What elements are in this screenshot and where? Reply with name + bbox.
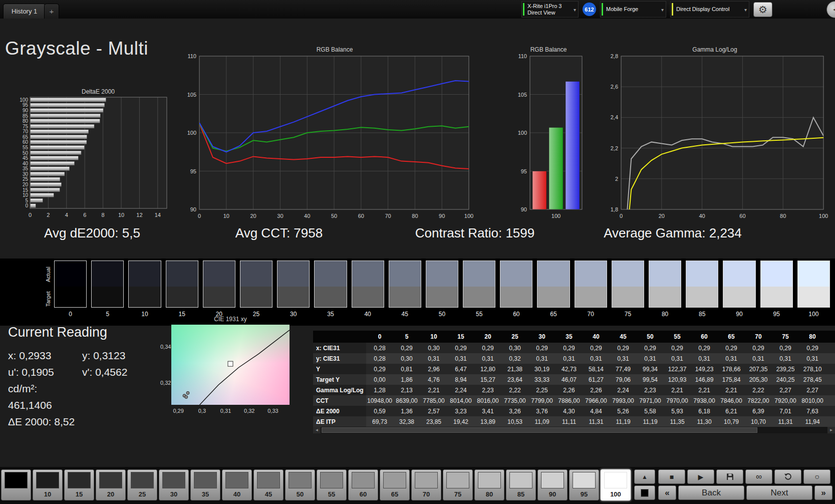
workflow-selector[interactable]: Direct Display Control ▾ — [670, 1, 749, 18]
svg-text:20: 20 — [23, 182, 29, 187]
save-button[interactable] — [716, 469, 743, 484]
level-button-70[interactable]: 70 — [411, 469, 441, 500]
table-cell: 122,37 — [664, 364, 691, 374]
table-cell: 7,6 — [826, 406, 835, 416]
table-row-label: y: CIE31 — [313, 353, 366, 364]
table-cell: 4,76 — [420, 374, 447, 385]
level-button-blank[interactable] — [1, 469, 31, 500]
add-tab-button[interactable]: + — [44, 4, 59, 19]
tab-history-1[interactable]: History 1 — [3, 4, 46, 19]
table-cell: 77,49 — [610, 364, 637, 374]
table-column-header: 20 — [474, 331, 501, 343]
gamma-chart: Gamma Log/Log 0204060801002,82,62,42,221… — [599, 46, 830, 225]
svg-text:45: 45 — [23, 155, 29, 161]
level-button-80[interactable]: 80 — [474, 469, 504, 500]
table-cell: 7735,00 — [501, 395, 528, 406]
table-cell: 23,85 — [420, 416, 447, 427]
table-cell: 0,00 — [366, 374, 393, 385]
level-button-75[interactable]: 75 — [443, 469, 473, 500]
level-button-20[interactable]: 20 — [96, 469, 126, 500]
level-button-45[interactable]: 45 — [253, 469, 284, 500]
swatch-actual — [240, 261, 272, 287]
level-button-35[interactable]: 35 — [190, 469, 220, 500]
level-button-label: 70 — [423, 490, 430, 498]
swatch-cell-55: 55 — [463, 261, 495, 318]
stop-button[interactable]: ■ — [658, 469, 685, 484]
scrollbar-track[interactable] — [321, 427, 827, 433]
swatch-label: 95 — [760, 311, 793, 318]
table-horizontal-scrollbar[interactable]: ◄ ► — [313, 427, 835, 433]
table-cell: 31 — [826, 374, 835, 385]
table-cell: 11,19 — [637, 416, 664, 427]
pattern-window-button[interactable] — [634, 485, 655, 500]
record-circle-icon: ○ — [814, 472, 819, 481]
level-button-90[interactable]: 90 — [537, 469, 568, 500]
play-button[interactable]: ▶ — [687, 469, 714, 484]
table-cell: 69,73 — [366, 416, 393, 427]
level-button-95[interactable]: 95 — [569, 469, 599, 500]
level-button-30[interactable]: 30 — [159, 469, 189, 500]
level-button-65[interactable]: 65 — [380, 469, 410, 500]
record-button[interactable]: ○ — [803, 469, 830, 484]
meter-selector[interactable]: X-Rite i1Pro 3 Direct View ▾ — [521, 1, 579, 18]
back-button[interactable]: Back — [678, 485, 744, 500]
collapse-panel-button[interactable]: ◄ — [826, 1, 835, 18]
svg-text:85: 85 — [23, 113, 29, 119]
swatch-target — [649, 287, 681, 307]
table-column-header: 85 — [826, 331, 835, 343]
level-button-55[interactable]: 55 — [317, 469, 347, 500]
double-chevron-left-icon: « — [665, 488, 669, 498]
table-column-header: 30 — [528, 331, 555, 343]
back-chevron-button[interactable]: « — [658, 485, 676, 500]
scrollbar-thumb[interactable] — [322, 427, 757, 433]
level-button-100[interactable]: 100 — [601, 469, 631, 500]
swatch-target — [277, 287, 309, 307]
table-cell: 2,22 — [501, 385, 528, 395]
next-chevron-button[interactable]: » — [814, 485, 832, 500]
level-button-10[interactable]: 10 — [33, 469, 63, 500]
table-cell: 7,01 — [772, 406, 799, 416]
scroll-left-button[interactable]: ◄ — [313, 427, 321, 433]
rgb-balance-bar-svg: 1101051009590100 — [501, 54, 596, 223]
refresh-button[interactable] — [774, 469, 801, 484]
next-button[interactable]: Next — [746, 485, 812, 500]
table-cell: 8,94 — [447, 374, 474, 385]
deltae-chart: DeltaE 2000 0246810121410095908580757065… — [14, 88, 182, 226]
level-button-50[interactable]: 50 — [285, 469, 315, 500]
source-selector[interactable]: Mobile Forge ▾ — [600, 1, 666, 18]
table-row-label: x: CIE31 — [313, 343, 366, 353]
level-button-40[interactable]: 40 — [222, 469, 252, 500]
scroll-right-button[interactable]: ► — [827, 427, 835, 433]
rgb-balance-bar-title: RGB Balance — [501, 46, 596, 54]
level-button-label: 20 — [107, 490, 114, 498]
settings-button[interactable]: ⚙ — [753, 2, 772, 17]
table-cell: 0,81 — [393, 364, 420, 374]
level-button-25[interactable]: 25 — [127, 469, 157, 500]
svg-text:30: 30 — [277, 213, 283, 219]
svg-text:100: 100 — [819, 213, 828, 219]
deltae-bar-chart: 0246810121410095908580757065605550454035… — [14, 96, 182, 224]
table-cell: 7993,00 — [610, 395, 637, 406]
level-swatch — [352, 472, 375, 488]
table-cell: 0,29 — [528, 343, 555, 353]
svg-text:70: 70 — [23, 129, 29, 134]
table-cell: 7938,00 — [691, 395, 718, 406]
level-swatch — [225, 472, 248, 488]
swatch-cell-50: 50 — [426, 261, 458, 318]
level-button-60[interactable]: 60 — [348, 469, 378, 500]
meter-count-badge[interactable]: 612 — [583, 3, 596, 16]
level-button-85[interactable]: 85 — [506, 469, 536, 500]
expand-up-button[interactable]: ▲ — [634, 469, 655, 484]
swatch-label: 5 — [91, 311, 124, 318]
table-row-label: Y — [313, 364, 366, 374]
continuous-measure-button[interactable]: ∞ — [745, 469, 772, 484]
table-cell: 0,29 — [583, 343, 610, 353]
svg-text:95: 95 — [190, 168, 196, 174]
swatch-target — [315, 287, 346, 307]
cie-x-tick-label: 0,32 — [244, 408, 254, 414]
level-button-15[interactable]: 15 — [64, 469, 94, 500]
swatch-cell-25: 25 — [240, 261, 272, 318]
gear-icon: ⚙ — [758, 4, 767, 16]
table-cell: 2,27 — [772, 385, 799, 395]
table-cell: 2,23 — [474, 385, 501, 395]
